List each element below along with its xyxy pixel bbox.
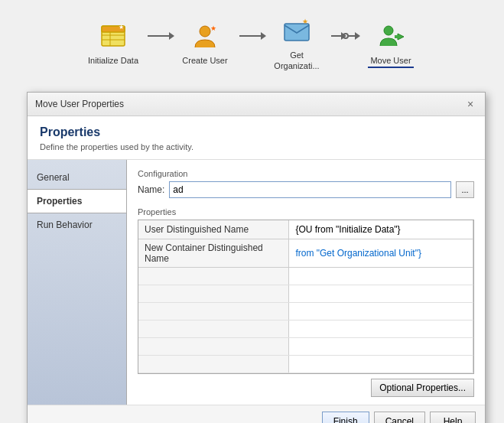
svg-rect-8 (285, 24, 309, 41)
optional-properties-button[interactable]: Optional Properties... (371, 379, 474, 397)
initialize-data-icon: ★ (98, 21, 128, 51)
dialog-footer: Finish Cancel Help (28, 405, 485, 423)
prop-value-1: {OU from "Initialize Data"} (289, 220, 473, 239)
workflow-step-get-org[interactable]: ★ GetOrganizati... (262, 15, 331, 72)
table-row-empty (138, 285, 473, 302)
workflow-area: ★ Initialize Data ★ Create User (0, 0, 504, 83)
sidebar-item-properties[interactable]: Properties (28, 189, 126, 213)
optional-props-row: Optional Properties... (138, 374, 474, 397)
table-row-empty (138, 302, 473, 320)
name-label: Name: (138, 184, 164, 195)
dialog-body: General Properties Run Behavior Configur… (28, 160, 485, 405)
browse-button[interactable]: ... (456, 181, 474, 198)
dialog-title: Move User Properties (35, 99, 124, 109)
svg-point-10 (384, 26, 393, 35)
table-row-empty (138, 337, 473, 355)
dialog-sidebar: General Properties Run Behavior (28, 160, 127, 405)
svg-rect-12 (395, 35, 399, 38)
svg-text:★: ★ (210, 24, 216, 32)
help-button[interactable]: Help (430, 412, 476, 423)
prop-value-2: from "Get Organizational Unit"} (289, 239, 473, 267)
table-row[interactable]: User Distinguished Name {OU from "Initia… (138, 220, 473, 239)
name-input[interactable] (169, 181, 451, 198)
svg-text:★: ★ (302, 18, 308, 25)
dialog-heading: Properties (40, 125, 473, 139)
cancel-button[interactable]: Cancel (374, 412, 425, 423)
table-row-empty (138, 267, 473, 285)
arrow-1 (148, 35, 171, 52)
move-user-icon (376, 21, 406, 51)
table-row-empty (138, 355, 473, 373)
prop-name-2: New Container Distinguished Name (138, 239, 289, 267)
initialize-data-label: Initialize Data (88, 55, 138, 66)
move-user-label: Move User (370, 55, 411, 66)
create-user-label: Create User (182, 55, 227, 66)
props-table-wrapper: User Distinguished Name {OU from "Initia… (138, 220, 474, 374)
workflow-step-move-user[interactable]: Move User (356, 21, 425, 66)
arrow-3 (331, 33, 356, 54)
dialog-titlebar: Move User Properties × (28, 93, 485, 116)
dialog: Move User Properties × Properties Define… (27, 92, 486, 423)
workflow-step-create-user[interactable]: ★ Create User (171, 21, 239, 66)
dialog-description: Define the properties used by the activi… (40, 142, 473, 151)
table-row[interactable]: New Container Distinguished Name from "G… (138, 239, 473, 267)
table-row-empty (138, 320, 473, 337)
config-section: Configuration Name: ... (138, 169, 474, 198)
close-button[interactable]: × (463, 97, 477, 111)
svg-point-6 (200, 26, 210, 37)
dialog-header: Properties Define the properties used by… (28, 116, 485, 160)
sidebar-item-run-behavior[interactable]: Run Behavior (28, 213, 126, 236)
get-org-label: GetOrganizati... (274, 50, 319, 72)
svg-text:★: ★ (119, 24, 124, 31)
get-org-icon: ★ (281, 15, 312, 46)
finish-button[interactable]: Finish (322, 412, 369, 423)
content-area: Configuration Name: ... Properties User … (127, 160, 485, 405)
props-table: User Distinguished Name {OU from "Initia… (138, 220, 473, 373)
config-section-label: Configuration (138, 169, 474, 178)
props-container: Properties User Distinguished Name {OU f… (138, 207, 474, 397)
prop-name-1: User Distinguished Name (138, 220, 289, 239)
props-section-label: Properties (138, 207, 474, 216)
create-user-icon: ★ (190, 21, 220, 51)
arrow-2 (239, 35, 262, 52)
name-row: Name: ... (138, 181, 474, 198)
sidebar-item-general[interactable]: General (28, 166, 126, 189)
workflow-step-initialize[interactable]: ★ Initialize Data (79, 21, 148, 66)
